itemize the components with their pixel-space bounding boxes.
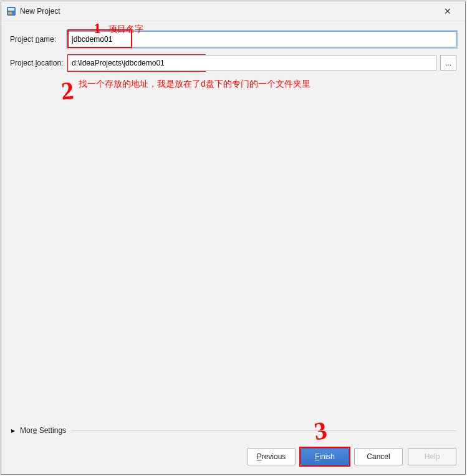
help-button[interactable]: Help	[408, 448, 456, 465]
project-location-row: Project location: ...	[10, 55, 456, 70]
close-button[interactable]: ✕	[435, 2, 460, 20]
expand-icon[interactable]: ▸	[10, 427, 16, 434]
finish-button[interactable]: Finish	[301, 448, 349, 465]
cancel-button[interactable]: Cancel	[354, 448, 403, 465]
project-name-input[interactable]	[67, 31, 456, 47]
project-name-row: Project name:	[10, 31, 456, 47]
browse-button[interactable]: ...	[440, 55, 456, 70]
annotation-text-2: 找一个存放的地址，我是放在了d盘下的专门的一个文件夹里	[79, 79, 311, 90]
annotation-mark-2: 2	[60, 75, 75, 106]
titlebar: New Project ✕	[1, 1, 465, 21]
project-location-label: Project location:	[10, 59, 67, 67]
new-project-dialog: New Project ✕ Project name: Project loca…	[1, 1, 466, 475]
more-settings-label: More Settings	[20, 426, 66, 435]
previous-button[interactable]: Previous	[247, 448, 296, 465]
app-icon	[6, 6, 16, 16]
more-settings-row[interactable]: ▸ More Settings	[10, 424, 456, 437]
window-title: New Project	[20, 7, 60, 16]
dialog-content: Project name: Project location: ... 1 项目…	[1, 21, 465, 474]
project-name-label: Project name:	[10, 35, 67, 44]
separator-line	[71, 430, 456, 431]
svg-rect-2	[8, 12, 12, 14]
project-location-input[interactable]	[67, 55, 436, 70]
dialog-button-bar: Previous Finish Cancel Help	[247, 448, 456, 465]
svg-rect-1	[8, 8, 14, 11]
